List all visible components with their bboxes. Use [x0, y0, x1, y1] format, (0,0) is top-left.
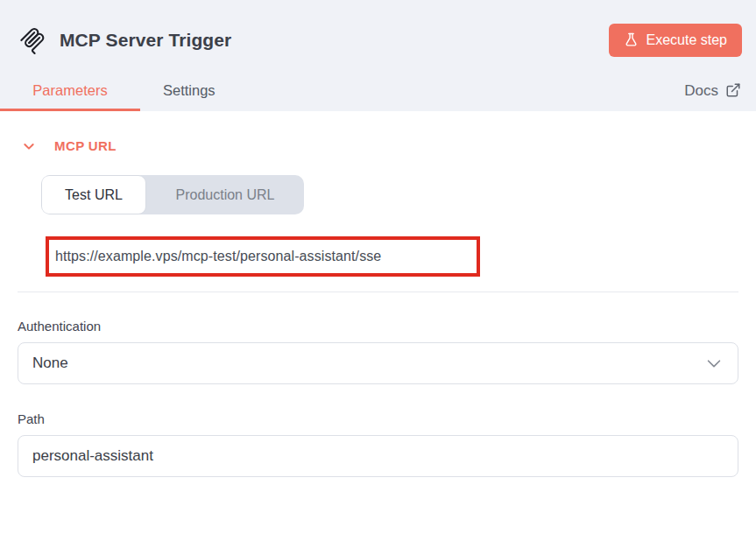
tab-parameters[interactable]: Parameters [0, 70, 140, 111]
production-url-tab[interactable]: Production URL [146, 175, 304, 214]
docs-label: Docs [684, 82, 718, 100]
chevron-down-icon [22, 139, 36, 153]
mcp-logo-icon [18, 25, 47, 55]
docs-link[interactable]: Docs [684, 70, 756, 111]
parameters-panel: MCP URL Test URL Production URL https://… [0, 138, 756, 477]
production-url-label: Production URL [176, 187, 275, 203]
path-field[interactable] [18, 435, 738, 477]
node-title: MCP Server Trigger [60, 30, 231, 51]
tab-settings[interactable]: Settings [140, 70, 238, 111]
mcp-server-trigger-panel: MCP Server Trigger Execute step Paramete… [0, 0, 756, 555]
mcp-url-value-box[interactable]: https://example.vps/mcp-test/personal-as… [46, 236, 480, 277]
authentication-value: None [32, 355, 704, 372]
mcp-url-section-title: MCP URL [54, 138, 117, 153]
authentication-select[interactable]: None [18, 342, 738, 384]
execute-step-button[interactable]: Execute step [609, 24, 743, 57]
chevron-down-icon [704, 354, 724, 373]
flask-icon [624, 32, 639, 47]
path-label: Path [18, 411, 738, 426]
external-link-icon [725, 82, 741, 98]
test-url-tab[interactable]: Test URL [41, 175, 146, 214]
tab-settings-label: Settings [163, 82, 215, 99]
header-title-row: MCP Server Trigger Execute step [0, 0, 756, 70]
tab-parameters-label: Parameters [32, 82, 107, 99]
authentication-label: Authentication [18, 319, 738, 334]
execute-step-label: Execute step [646, 32, 728, 48]
mcp-url-value: https://example.vps/mcp-test/personal-as… [55, 249, 381, 264]
url-mode-toggle: Test URL Production URL [41, 175, 304, 214]
panel-header: MCP Server Trigger Execute step Paramete… [0, 0, 756, 111]
path-input[interactable] [32, 447, 724, 465]
test-url-label: Test URL [65, 187, 123, 203]
mcp-url-section-header[interactable]: MCP URL [18, 138, 738, 153]
section-divider [18, 292, 738, 292]
tab-bar: Parameters Settings Docs [0, 70, 756, 111]
